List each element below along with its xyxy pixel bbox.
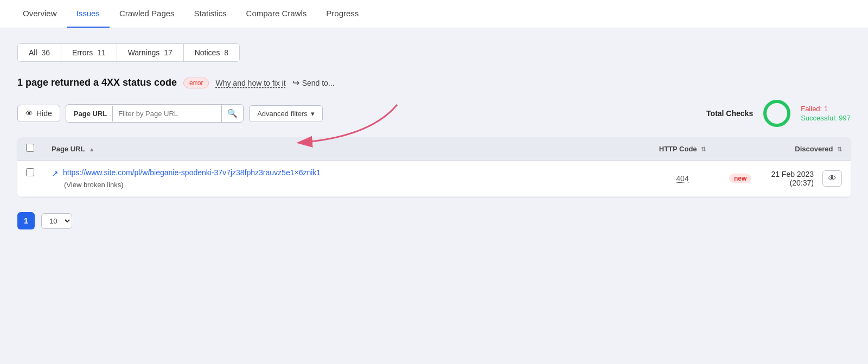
checks-failed-label: Failed: 1 [801,105,851,113]
header-checkbox-col [17,137,43,161]
pagination-row: 1 10 25 50 [17,208,851,229]
header-http-code[interactable]: HTTP Code ⇅ [644,137,720,161]
tab-notices[interactable]: Notices 8 [184,44,239,61]
broken-links-link[interactable]: (View broken links) [64,181,636,189]
total-checks-title: Total Checks [706,109,753,118]
row-url-cell: ↗ https://www.site.com/pl/w/bieganie-spo… [43,161,644,197]
search-button[interactable]: 🔍 [221,105,243,122]
discovered-content: new 21 Feb 2023 (20:37) 👁 [729,170,842,187]
issue-header: 1 page returned a 4XX status code error … [17,77,851,88]
issue-title: 1 page returned a 4XX status code [17,77,177,88]
page-url-input[interactable] [113,106,221,122]
nav-crawled-pages[interactable]: Crawled Pages [110,0,184,28]
nav-compare-crawls[interactable]: Compare Crawls [237,0,317,28]
filter-label: Page URL [66,106,113,122]
app-container: Overview Issues Crawled Pages Statistics… [0,0,868,364]
sort-discovered-icon: ⇅ [837,146,842,152]
new-badge: new [729,174,751,183]
sort-url-icon: ▲ [89,146,95,152]
send-icon: ↪ [292,78,299,88]
url-content: ↗ https://www.site.com/pl/w/bieganie-spo… [52,168,636,189]
nav-issues[interactable]: Issues [67,0,110,28]
url-row: ↗ https://www.site.com/pl/w/bieganie-spo… [52,168,636,178]
failed-value: 1 [824,105,828,113]
per-page-select[interactable]: 10 25 50 [41,213,72,229]
http-code-value: 404 [676,174,688,183]
nav-statistics[interactable]: Statistics [184,0,237,28]
table-wrapper: Page URL ▲ HTTP Code ⇅ Discovered ⇅ [17,137,851,197]
header-page-url[interactable]: Page URL ▲ [43,137,644,161]
header-discovered[interactable]: Discovered ⇅ [720,137,851,161]
send-to[interactable]: ↪ Send to... [292,78,335,88]
error-badge: error [183,78,209,88]
donut-chart [762,98,792,129]
filter-tabs: All 36 Errors 11 Warnings 17 Notices 8 [17,43,240,62]
search-icon: 🔍 [227,108,238,118]
row-checkbox-cell [17,161,43,197]
url-text[interactable]: https://www.site.com/pl/w/bieganie-spode… [63,168,321,177]
checks-labels: Failed: 1 Successful: 997 [801,105,851,122]
sort-http-icon: ⇅ [701,146,706,152]
fix-link[interactable]: Why and how to fix it [215,79,285,87]
main-content: All 36 Errors 11 Warnings 17 Notices 8 1… [0,28,868,364]
table-row: ↗ https://www.site.com/pl/w/bieganie-spo… [17,161,851,197]
table-header-row: Page URL ▲ HTTP Code ⇅ Discovered ⇅ [17,137,851,161]
total-checks-panel: Total Checks Failed: 1 Successful: 997 [706,98,851,129]
table-controls-row: 👁 Hide Page URL 🔍 Advanced filters ▾ Tot… [17,98,851,129]
chevron-down-icon: ▾ [311,110,315,118]
issues-table: Page URL ▲ HTTP Code ⇅ Discovered ⇅ [17,137,851,197]
tab-warnings[interactable]: Warnings 17 [117,44,184,61]
page-1-button[interactable]: 1 [17,212,35,229]
row-eye-button[interactable]: 👁 [822,170,842,187]
hide-button[interactable]: 👁 Hide [17,105,60,122]
advanced-filters-button[interactable]: Advanced filters ▾ [249,105,323,122]
filter-group: Page URL 🔍 [66,104,244,123]
top-nav: Overview Issues Crawled Pages Statistics… [0,0,868,28]
external-link-icon[interactable]: ↗ [52,169,59,178]
checks-success-label: Successful: 997 [801,114,851,122]
eye-icon: 👁 [25,109,33,118]
svg-point-0 [765,101,789,125]
nav-progress[interactable]: Progress [316,0,368,28]
tab-all[interactable]: All 36 [18,44,61,61]
row-http-cell: 404 [644,161,720,197]
tab-errors[interactable]: Errors 11 [61,44,117,61]
select-all-checkbox[interactable] [26,144,34,152]
nav-overview[interactable]: Overview [13,0,67,28]
row-discovered-cell: new 21 Feb 2023 (20:37) 👁 [720,161,851,197]
discovery-date: 21 Feb 2023 (20:37) [756,170,814,187]
success-value: 997 [839,114,851,122]
row-checkbox[interactable] [26,168,34,176]
